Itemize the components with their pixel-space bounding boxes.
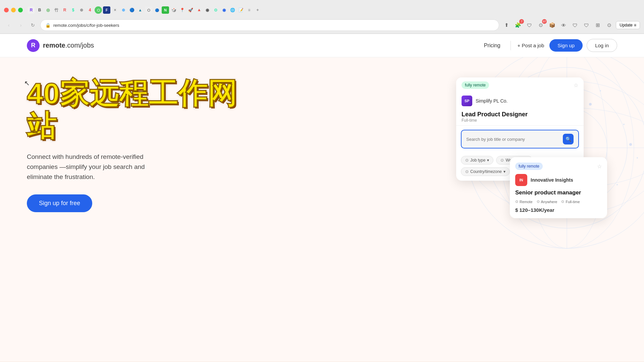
svg-point-13 bbox=[623, 124, 625, 125]
back-button[interactable]: ‹ bbox=[4, 20, 13, 30]
post-job-button[interactable]: + Post a job bbox=[518, 43, 544, 48]
website-content: ↖ R remote.com/jobs Pricing + Post a job… bbox=[0, 34, 644, 362]
svg-point-12 bbox=[600, 90, 601, 92]
forward-button[interactable]: › bbox=[16, 20, 25, 30]
ext1-icon[interactable]: 🛡 bbox=[525, 20, 534, 30]
hero-title: 40家远程工作网站 bbox=[27, 77, 262, 142]
sidebar-icon[interactable]: ⊞ bbox=[593, 20, 602, 30]
company-row: SP Simplify PL Co. bbox=[456, 93, 584, 109]
reload-button[interactable]: ↻ bbox=[28, 20, 38, 30]
star-icon-bottom[interactable]: ☆ bbox=[597, 163, 602, 170]
ext5-icon[interactable]: 🛡 bbox=[570, 20, 580, 30]
ext2-icon[interactable]: ⊙ 97 bbox=[536, 20, 545, 30]
job-meta: Full-time bbox=[462, 118, 578, 123]
login-button[interactable]: Log in bbox=[587, 39, 617, 52]
site-nav: ↖ R remote.com/jobs Pricing + Post a job… bbox=[0, 34, 644, 57]
fulltime-icon: ⊙ bbox=[561, 199, 564, 204]
ext4-icon[interactable]: 👁 bbox=[559, 20, 568, 30]
browser-tabs: R B ◎ 竹 R $ ⊕ 4 ⬡ F × ⊕ 🔵 ▲ ⬡ 🔵 N 🎲 📍 🚀 … bbox=[28, 6, 640, 14]
hero-subtitle: Connect with hundreds of remote-verified… bbox=[27, 152, 195, 182]
job-title-display: Lead Product Designer bbox=[462, 111, 578, 118]
search-input[interactable] bbox=[466, 137, 560, 142]
logo-text: remote.com/jobs bbox=[43, 42, 94, 49]
hero-section: 40家远程工作网站 Connect with hundreds of remot… bbox=[0, 57, 644, 258]
svg-point-16 bbox=[616, 184, 618, 185]
search-submit-button[interactable]: 🔍 bbox=[563, 134, 574, 144]
nav-divider bbox=[511, 41, 511, 50]
fully-remote-badge-bottom: fully remote bbox=[515, 163, 543, 170]
job-tag-anywhere: ⊙ Anywhere bbox=[537, 199, 557, 204]
active-tab-close[interactable]: × bbox=[111, 6, 119, 14]
company-logo: SP bbox=[462, 96, 472, 106]
site-logo[interactable]: R remote.com/jobs bbox=[27, 39, 94, 52]
toolbar-actions: ⬆ 🧩 7 🛡 ⊙ 97 📦 👁 🛡 🛡 ⊞ ⊙ Update ≡ bbox=[502, 20, 640, 30]
close-button[interactable] bbox=[4, 8, 9, 12]
job-salary: $ 120–130K/year bbox=[515, 207, 602, 213]
chevron-down-icon3: ▾ bbox=[503, 169, 505, 174]
extensions-icon[interactable]: 🧩 7 bbox=[513, 20, 523, 30]
job-type-filter[interactable]: ⊙ Job type ▾ bbox=[461, 156, 493, 165]
remote-icon: ⊙ bbox=[515, 199, 518, 204]
search-input-row: 🔍 bbox=[461, 130, 579, 148]
job-tag-remote: ⊙ Remote bbox=[515, 199, 533, 204]
maximize-button[interactable] bbox=[18, 8, 23, 12]
job-card-badge-row: fully remote ☆ bbox=[515, 163, 602, 170]
logo-icon: R bbox=[27, 39, 40, 52]
workplace-icon: ⊙ bbox=[500, 158, 504, 163]
job-company-name: Innovative Insights bbox=[531, 177, 573, 183]
ext6-icon[interactable]: 🛡 bbox=[582, 20, 591, 30]
search-bar-container: 🔍 bbox=[456, 125, 584, 153]
job-card-title: Senior product manager bbox=[515, 189, 602, 196]
cursor-icon: ↖ bbox=[24, 79, 30, 87]
job-tags-row: ⊙ Remote ⊙ Anywhere ⊙ Full-time bbox=[515, 199, 602, 204]
update-button[interactable]: Update ≡ bbox=[616, 21, 640, 29]
job-company-icon: IN bbox=[515, 174, 527, 186]
job-type-icon: ⊙ bbox=[465, 158, 469, 163]
ext3-icon[interactable]: 📦 bbox=[547, 20, 557, 30]
country-filter[interactable]: ⊙ Country/timezone ▾ bbox=[461, 167, 510, 176]
share-icon[interactable]: ⬆ bbox=[502, 20, 511, 30]
search-card-header: fully remote ☆ bbox=[456, 77, 584, 93]
traffic-lights bbox=[4, 8, 23, 12]
job-company-row: IN Innovative Insights bbox=[515, 174, 602, 186]
chevron-down-icon: ▾ bbox=[487, 158, 489, 163]
job-card: fully remote ☆ IN Innovative Insights Se… bbox=[510, 157, 607, 218]
svg-point-18 bbox=[589, 103, 592, 106]
settings-icon[interactable]: ⊙ bbox=[604, 20, 614, 30]
browser-toolbar: ‹ › ↻ 🔒 remote.com/jobs/c/for-job-seeker… bbox=[0, 17, 644, 34]
hero-content: 40家远程工作网站 Connect with hundreds of remot… bbox=[27, 77, 262, 212]
hero-signup-button[interactable]: Sign up for free bbox=[27, 194, 92, 212]
pricing-link[interactable]: Pricing bbox=[484, 43, 500, 49]
fully-remote-badge-top: fully remote bbox=[462, 81, 489, 89]
svg-point-17 bbox=[637, 157, 638, 159]
job-title-row: Lead Product Designer Full-time bbox=[456, 109, 584, 125]
anywhere-icon: ⊙ bbox=[537, 199, 540, 204]
country-icon: ⊙ bbox=[465, 169, 469, 174]
company-name: Simplify PL Co. bbox=[476, 98, 507, 104]
address-bar[interactable]: 🔒 remote.com/jobs/c/for-job-seekers bbox=[40, 19, 499, 31]
minimize-button[interactable] bbox=[11, 8, 16, 12]
star-icon-top[interactable]: ☆ bbox=[574, 82, 578, 88]
signup-button[interactable]: Sign up bbox=[549, 39, 583, 52]
svg-point-20 bbox=[629, 143, 632, 146]
job-tag-fulltime: ⊙ Full-time bbox=[561, 199, 580, 204]
browser-titlebar: R B ◎ 竹 R $ ⊕ 4 ⬡ F × ⊕ 🔵 ▲ ⬡ 🔵 N 🎲 📍 🚀 … bbox=[0, 0, 644, 17]
url-display: remote.com/jobs/c/for-job-seekers bbox=[53, 23, 494, 28]
browser-chrome: R B ◎ 竹 R $ ⊕ 4 ⬡ F × ⊕ 🔵 ▲ ⬡ 🔵 N 🎲 📍 🚀 … bbox=[0, 0, 644, 34]
